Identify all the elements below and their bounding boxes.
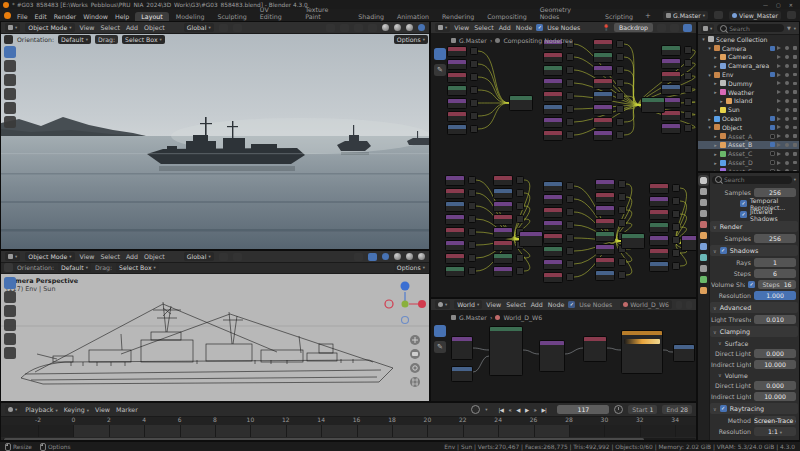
compositor-node-small[interactable] — [566, 182, 574, 190]
expander-icon[interactable]: ▾ — [707, 72, 712, 78]
world-node[interactable] — [489, 326, 523, 376]
disable-render-icon[interactable] — [793, 55, 798, 59]
current-frame-field[interactable]: 117 — [557, 405, 609, 414]
blender-menu-icon[interactable] — [4, 12, 11, 19]
pin-scene-icon[interactable] — [714, 11, 723, 19]
menu-render[interactable]: Render — [54, 13, 76, 20]
hide-icon[interactable] — [785, 152, 789, 156]
transform-orientation[interactable]: Global▾ — [184, 252, 214, 261]
hide-icon[interactable] — [785, 125, 789, 129]
collection-checkbox[interactable] — [770, 116, 775, 121]
timeline-menu-view[interactable]: View — [95, 406, 110, 413]
world-datablock-selector[interactable]: World_D_W6 — [620, 300, 672, 309]
expander-icon[interactable]: ▸ — [713, 151, 718, 157]
compositor-node-small[interactable] — [566, 247, 574, 255]
unlink-icon[interactable] — [686, 301, 692, 309]
properties-tab-10[interactable] — [700, 287, 707, 294]
workspace-tab-texture-paint[interactable]: Texture Paint — [299, 5, 351, 21]
expander-icon[interactable]: ▸ — [713, 54, 718, 60]
new-view-layer-icon[interactable] — [787, 11, 796, 19]
disable-render-icon[interactable] — [793, 117, 798, 121]
outliner-row-asset_d[interactable]: ▸Asset_D — [698, 158, 799, 167]
hide-icon[interactable] — [785, 99, 789, 103]
section-clamping[interactable]: ∨Clamping — [710, 326, 798, 337]
compositor-node-small[interactable] — [684, 72, 692, 80]
compositor-node[interactable] — [593, 130, 613, 141]
compositor-node[interactable] — [445, 188, 465, 199]
tool-button-2[interactable] — [4, 305, 16, 317]
compositor-node[interactable] — [593, 39, 613, 50]
menu-object[interactable]: Object — [144, 24, 165, 31]
compositor-node[interactable] — [543, 220, 563, 231]
hide-icon[interactable] — [785, 55, 789, 59]
auto-key-button[interactable] — [471, 405, 480, 414]
compositor-node[interactable] — [447, 72, 467, 83]
use-nodes-checkbox[interactable]: ✓ — [568, 301, 575, 308]
subsection-volume[interactable]: ∨Volume — [709, 370, 799, 380]
minimize-button[interactable]: — — [759, 2, 772, 8]
outliner-row-dummy[interactable]: ▸Dummy — [698, 79, 799, 88]
outliner-row-island[interactable]: ▸Island — [698, 97, 799, 106]
compositor-node-small[interactable] — [618, 193, 626, 201]
exclude-icon[interactable] — [777, 134, 781, 138]
compositor-node[interactable] — [543, 194, 563, 205]
world-shader-editor[interactable]: ▾ World▾ ViewSelectAddNode ✓ Use Nodes W… — [430, 298, 697, 402]
snap-magnet-icon[interactable] — [219, 253, 228, 261]
proportional-edit-icon[interactable] — [233, 253, 242, 261]
timeline-ruler[interactable]: -20246810121416182022242628303234 — [1, 416, 697, 425]
compositor-node-small[interactable] — [566, 234, 574, 242]
exclude-icon[interactable] — [777, 152, 781, 156]
prev-keyframe-button[interactable]: « — [506, 407, 513, 413]
visibility-dropdown-icon[interactable] — [326, 24, 335, 32]
world-node[interactable] — [583, 336, 607, 362]
shading-material-icon[interactable] — [406, 24, 413, 31]
shading-wireframe-icon[interactable] — [382, 253, 389, 260]
proportional-edit-icon[interactable] — [233, 24, 242, 32]
checkbox-temporal-reproject-[interactable]: ✓ — [740, 200, 747, 207]
compositor-node[interactable] — [593, 104, 613, 115]
compositor-node[interactable] — [649, 209, 669, 220]
compositor-node-small[interactable] — [516, 176, 524, 184]
editor-type-selector[interactable]: ▾ — [435, 300, 450, 309]
world-node[interactable] — [451, 366, 473, 382]
compositor-group-node[interactable] — [641, 97, 665, 113]
properties-tab-0[interactable] — [700, 177, 707, 184]
compositor-node[interactable] — [493, 214, 513, 225]
tool-button-5[interactable] — [4, 116, 16, 128]
timeline-menu-keying[interactable]: Keying ▾ — [64, 406, 89, 413]
compositor-node[interactable] — [543, 259, 563, 270]
compositor-node-small[interactable] — [470, 60, 478, 68]
menu-node[interactable]: Node — [516, 24, 532, 31]
tool-button-1[interactable] — [4, 60, 16, 72]
world-node[interactable] — [539, 340, 565, 372]
add-workspace-button[interactable]: + — [645, 12, 651, 20]
compositor-node[interactable] — [649, 196, 669, 207]
compositor-node-small[interactable] — [566, 66, 574, 74]
search-input[interactable]: Search — [717, 24, 784, 32]
value-resolution[interactable]: 1:1 ▾ — [754, 427, 796, 436]
compositor-node[interactable] — [493, 253, 513, 264]
menu-view[interactable]: View — [454, 24, 469, 31]
compositor-node[interactable] — [649, 222, 669, 233]
compositor-group-node[interactable] — [509, 95, 533, 111]
compositor-node[interactable] — [649, 248, 669, 259]
properties-tab-4[interactable] — [700, 221, 707, 228]
compositor-node[interactable] — [661, 123, 681, 134]
active-tool-icon[interactable] — [4, 35, 13, 44]
exclude-icon[interactable] — [777, 117, 781, 121]
compositor-node[interactable] — [447, 46, 467, 57]
compositor-node[interactable] — [543, 91, 563, 102]
workspace-tab-animation[interactable]: Animation — [391, 12, 435, 21]
tool-button-0[interactable] — [4, 277, 16, 289]
jump-to-start-button[interactable]: |◀ — [496, 407, 505, 413]
menu-edit[interactable]: Edit — [35, 13, 47, 20]
outliner-row-asset_a[interactable]: ▸Asset_A — [698, 132, 799, 141]
disable-render-icon[interactable] — [793, 161, 798, 165]
editor-type-selector[interactable]: ▾ — [5, 252, 20, 261]
menu-select[interactable]: Select — [506, 301, 525, 308]
compositor-node-small[interactable] — [468, 267, 476, 275]
compositor-node-small[interactable] — [618, 206, 626, 214]
compositor-node-small[interactable] — [566, 221, 574, 229]
compositor-node[interactable] — [445, 175, 465, 186]
active-tool-icon[interactable] — [4, 263, 13, 272]
